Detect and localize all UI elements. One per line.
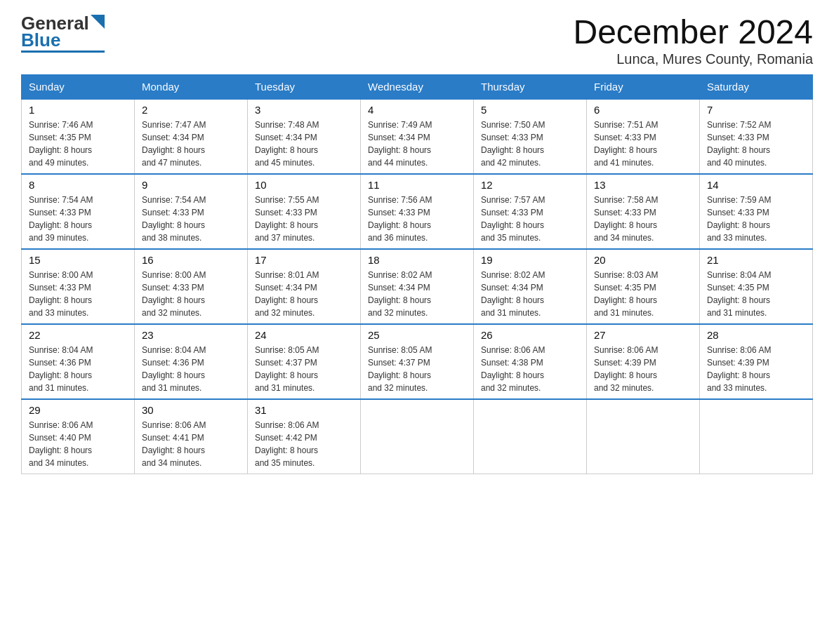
calendar-week-row: 29Sunrise: 8:06 AM Sunset: 4:40 PM Dayli… (22, 399, 813, 474)
day-number: 13 (594, 179, 692, 191)
day-number: 30 (142, 404, 240, 416)
day-number: 19 (481, 254, 579, 266)
day-info: Sunrise: 7:55 AM Sunset: 4:33 PM Dayligh… (255, 194, 353, 244)
table-row: 2Sunrise: 7:47 AM Sunset: 4:34 PM Daylig… (135, 99, 248, 174)
table-row (700, 399, 813, 474)
day-info: Sunrise: 8:06 AM Sunset: 4:41 PM Dayligh… (142, 419, 240, 469)
day-info: Sunrise: 8:06 AM Sunset: 4:42 PM Dayligh… (255, 419, 353, 469)
day-info: Sunrise: 8:04 AM Sunset: 4:35 PM Dayligh… (707, 269, 805, 319)
table-row: 4Sunrise: 7:49 AM Sunset: 4:34 PM Daylig… (361, 99, 474, 174)
calendar-week-row: 1Sunrise: 7:46 AM Sunset: 4:35 PM Daylig… (22, 99, 813, 174)
calendar-header-row: Sunday Monday Tuesday Wednesday Thursday… (22, 74, 813, 99)
day-info: Sunrise: 8:05 AM Sunset: 4:37 PM Dayligh… (368, 344, 466, 394)
day-info: Sunrise: 7:48 AM Sunset: 4:34 PM Dayligh… (255, 119, 353, 169)
table-row: 8Sunrise: 7:54 AM Sunset: 4:33 PM Daylig… (22, 174, 135, 249)
calendar-table: Sunday Monday Tuesday Wednesday Thursday… (21, 74, 813, 474)
table-row: 25Sunrise: 8:05 AM Sunset: 4:37 PM Dayli… (361, 324, 474, 399)
day-number: 24 (255, 329, 353, 341)
table-row: 11Sunrise: 7:56 AM Sunset: 4:33 PM Dayli… (361, 174, 474, 249)
day-number: 5 (481, 104, 579, 116)
day-number: 27 (594, 329, 692, 341)
day-number: 12 (481, 179, 579, 191)
day-number: 31 (255, 404, 353, 416)
day-number: 26 (481, 329, 579, 341)
logo-triangle-icon (91, 15, 105, 29)
day-number: 7 (707, 104, 805, 116)
day-number: 15 (29, 254, 127, 266)
header-friday: Friday (587, 74, 700, 99)
calendar-week-row: 15Sunrise: 8:00 AM Sunset: 4:33 PM Dayli… (22, 249, 813, 324)
day-number: 2 (142, 104, 240, 116)
day-info: Sunrise: 7:54 AM Sunset: 4:33 PM Dayligh… (29, 194, 127, 244)
table-row: 29Sunrise: 8:06 AM Sunset: 4:40 PM Dayli… (22, 399, 135, 474)
table-row: 7Sunrise: 7:52 AM Sunset: 4:33 PM Daylig… (700, 99, 813, 174)
day-info: Sunrise: 8:04 AM Sunset: 4:36 PM Dayligh… (142, 344, 240, 394)
day-number: 17 (255, 254, 353, 266)
table-row: 28Sunrise: 8:06 AM Sunset: 4:39 PM Dayli… (700, 324, 813, 399)
header-monday: Monday (135, 74, 248, 99)
table-row: 22Sunrise: 8:04 AM Sunset: 4:36 PM Dayli… (22, 324, 135, 399)
table-row: 1Sunrise: 7:46 AM Sunset: 4:35 PM Daylig… (22, 99, 135, 174)
month-title: December 2024 (573, 14, 813, 51)
table-row: 16Sunrise: 8:00 AM Sunset: 4:33 PM Dayli… (135, 249, 248, 324)
day-number: 16 (142, 254, 240, 266)
table-row: 10Sunrise: 7:55 AM Sunset: 4:33 PM Dayli… (248, 174, 361, 249)
day-number: 23 (142, 329, 240, 341)
day-number: 21 (707, 254, 805, 266)
logo-blue-text: Blue (21, 31, 60, 49)
header-thursday: Thursday (474, 74, 587, 99)
day-info: Sunrise: 8:00 AM Sunset: 4:33 PM Dayligh… (142, 269, 240, 319)
logo: General Blue (21, 14, 105, 53)
table-row (474, 399, 587, 474)
day-number: 22 (29, 329, 127, 341)
svg-marker-0 (91, 15, 105, 29)
logo-underline (21, 51, 105, 53)
day-info: Sunrise: 8:03 AM Sunset: 4:35 PM Dayligh… (594, 269, 692, 319)
day-info: Sunrise: 8:06 AM Sunset: 4:39 PM Dayligh… (594, 344, 692, 394)
table-row: 30Sunrise: 8:06 AM Sunset: 4:41 PM Dayli… (135, 399, 248, 474)
day-number: 28 (707, 329, 805, 341)
header-saturday: Saturday (700, 74, 813, 99)
day-info: Sunrise: 7:49 AM Sunset: 4:34 PM Dayligh… (368, 119, 466, 169)
table-row: 24Sunrise: 8:05 AM Sunset: 4:37 PM Dayli… (248, 324, 361, 399)
day-info: Sunrise: 8:06 AM Sunset: 4:39 PM Dayligh… (707, 344, 805, 394)
day-number: 25 (368, 329, 466, 341)
page-header: General Blue December 2024 Lunca, Mures … (21, 14, 813, 67)
title-section: December 2024 Lunca, Mures County, Roman… (573, 14, 813, 67)
day-number: 9 (142, 179, 240, 191)
day-number: 6 (594, 104, 692, 116)
table-row: 21Sunrise: 8:04 AM Sunset: 4:35 PM Dayli… (700, 249, 813, 324)
day-info: Sunrise: 7:51 AM Sunset: 4:33 PM Dayligh… (594, 119, 692, 169)
header-wednesday: Wednesday (361, 74, 474, 99)
table-row: 6Sunrise: 7:51 AM Sunset: 4:33 PM Daylig… (587, 99, 700, 174)
table-row: 19Sunrise: 8:02 AM Sunset: 4:34 PM Dayli… (474, 249, 587, 324)
day-info: Sunrise: 8:04 AM Sunset: 4:36 PM Dayligh… (29, 344, 127, 394)
table-row: 12Sunrise: 7:57 AM Sunset: 4:33 PM Dayli… (474, 174, 587, 249)
table-row: 17Sunrise: 8:01 AM Sunset: 4:34 PM Dayli… (248, 249, 361, 324)
table-row: 5Sunrise: 7:50 AM Sunset: 4:33 PM Daylig… (474, 99, 587, 174)
day-info: Sunrise: 8:05 AM Sunset: 4:37 PM Dayligh… (255, 344, 353, 394)
day-info: Sunrise: 7:57 AM Sunset: 4:33 PM Dayligh… (481, 194, 579, 244)
header-tuesday: Tuesday (248, 74, 361, 99)
table-row: 26Sunrise: 8:06 AM Sunset: 4:38 PM Dayli… (474, 324, 587, 399)
table-row (587, 399, 700, 474)
day-info: Sunrise: 7:46 AM Sunset: 4:35 PM Dayligh… (29, 119, 127, 169)
day-number: 8 (29, 179, 127, 191)
day-info: Sunrise: 8:02 AM Sunset: 4:34 PM Dayligh… (481, 269, 579, 319)
day-info: Sunrise: 7:54 AM Sunset: 4:33 PM Dayligh… (142, 194, 240, 244)
day-number: 1 (29, 104, 127, 116)
location-subtitle: Lunca, Mures County, Romania (573, 51, 813, 67)
day-number: 10 (255, 179, 353, 191)
day-info: Sunrise: 7:58 AM Sunset: 4:33 PM Dayligh… (594, 194, 692, 244)
day-number: 14 (707, 179, 805, 191)
calendar-week-row: 8Sunrise: 7:54 AM Sunset: 4:33 PM Daylig… (22, 174, 813, 249)
table-row: 14Sunrise: 7:59 AM Sunset: 4:33 PM Dayli… (700, 174, 813, 249)
table-row: 31Sunrise: 8:06 AM Sunset: 4:42 PM Dayli… (248, 399, 361, 474)
table-row: 27Sunrise: 8:06 AM Sunset: 4:39 PM Dayli… (587, 324, 700, 399)
day-info: Sunrise: 7:47 AM Sunset: 4:34 PM Dayligh… (142, 119, 240, 169)
day-info: Sunrise: 8:06 AM Sunset: 4:40 PM Dayligh… (29, 419, 127, 469)
table-row (361, 399, 474, 474)
table-row: 23Sunrise: 8:04 AM Sunset: 4:36 PM Dayli… (135, 324, 248, 399)
day-info: Sunrise: 7:59 AM Sunset: 4:33 PM Dayligh… (707, 194, 805, 244)
calendar-week-row: 22Sunrise: 8:04 AM Sunset: 4:36 PM Dayli… (22, 324, 813, 399)
